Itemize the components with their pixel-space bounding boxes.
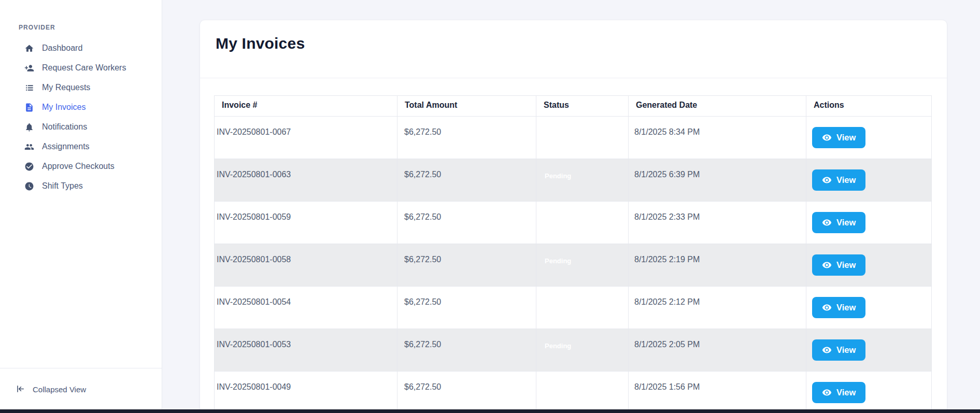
generated-date-cell: 8/1/2025 2:19 PM	[629, 244, 806, 287]
sidebar-item-label: Shift Types	[42, 181, 83, 191]
table-row: INV-20250801-0054 $6,272.50 Pending 8/1/…	[215, 287, 932, 329]
view-button-label: View	[836, 218, 856, 227]
generated-date-cell: 8/1/2025 1:56 PM	[629, 372, 806, 413]
generated-date-cell: 8/1/2025 8:34 PM	[629, 117, 806, 159]
invoice-number-cell: INV-20250801-0067	[215, 117, 397, 159]
actions-cell: View	[806, 244, 932, 287]
eye-icon	[822, 175, 832, 185]
sidebar-item-assignments[interactable]: Assignments	[0, 137, 162, 156]
home-icon	[24, 43, 34, 53]
view-button[interactable]: View	[812, 254, 865, 276]
sidebar-item-approve-checkouts[interactable]: Approve Checkouts	[0, 156, 162, 176]
view-button-label: View	[836, 133, 856, 143]
generated-date-cell: 8/1/2025 2:12 PM	[629, 287, 806, 329]
generated-date-cell: 8/1/2025 6:39 PM	[629, 159, 806, 202]
sidebar-item-shift-types[interactable]: Shift Types	[0, 176, 162, 196]
view-button[interactable]: View	[812, 212, 865, 233]
actions-cell: View	[806, 202, 932, 244]
view-button[interactable]: View	[812, 297, 865, 318]
invoices-table: Invoice # Total Amount Status Generated …	[214, 95, 932, 413]
sidebar-item-dashboard[interactable]: Dashboard	[0, 38, 162, 58]
sidebar-item-notifications[interactable]: Notifications	[0, 117, 162, 137]
users-icon	[24, 141, 34, 152]
collapse-left-icon	[16, 384, 26, 394]
eye-icon	[822, 133, 832, 143]
view-button-label: View	[836, 345, 856, 355]
sidebar-item-label: Assignments	[42, 142, 90, 151]
status-badge: Pending	[545, 384, 571, 392]
view-button-label: View	[836, 388, 856, 397]
card-header: My Invoices	[200, 20, 947, 78]
view-button[interactable]: View	[812, 169, 865, 191]
total-amount-cell: $6,272.50	[397, 244, 536, 287]
status-cell: Pending	[536, 244, 629, 287]
total-amount-cell: $6,272.50	[397, 202, 536, 244]
status-cell: Pending	[536, 159, 629, 202]
bell-icon	[24, 122, 34, 132]
status-badge: Pending	[545, 342, 571, 350]
sidebar-item-my-requests[interactable]: My Requests	[0, 78, 162, 97]
column-header-status: Status	[536, 96, 629, 117]
invoice-number-cell: INV-20250801-0054	[215, 287, 397, 329]
status-cell: Pending	[536, 372, 629, 413]
status-badge: Pending	[545, 300, 571, 307]
main-content: My Invoices Invoice # Total Amount Statu…	[162, 0, 980, 413]
status-badge: Pending	[545, 172, 571, 180]
column-header-invoice: Invoice #	[215, 96, 397, 117]
view-button[interactable]: View	[812, 127, 865, 148]
column-header-actions: Actions	[806, 96, 932, 117]
sidebar-item-request-care-workers[interactable]: Request Care Workers	[0, 58, 162, 78]
check-circle-icon	[24, 161, 34, 172]
view-button[interactable]: View	[812, 339, 865, 361]
invoice-file-icon	[24, 102, 34, 112]
eye-icon	[822, 260, 832, 270]
view-button[interactable]: View	[812, 382, 865, 403]
invoice-number-cell: INV-20250801-0053	[215, 329, 397, 372]
app-root: PROVIDER Dashboard Request Care Workers …	[0, 0, 980, 413]
card-body: Invoice # Total Amount Status Generated …	[200, 78, 947, 413]
column-header-generated-date: Generated Date	[629, 96, 806, 117]
list-icon	[24, 82, 34, 93]
eye-icon	[822, 303, 832, 312]
sidebar-item-label: My Invoices	[42, 103, 86, 112]
invoice-number-cell: INV-20250801-0063	[215, 159, 397, 202]
status-badge: Pending	[545, 257, 571, 265]
sidebar: PROVIDER Dashboard Request Care Workers …	[0, 0, 162, 413]
status-badge: Pending	[545, 130, 571, 137]
actions-cell: View	[806, 372, 932, 413]
table-row: INV-20250801-0053 $6,272.50 Pending 8/1/…	[215, 329, 932, 372]
actions-cell: View	[806, 287, 932, 329]
table-header: Invoice # Total Amount Status Generated …	[215, 96, 932, 117]
table-body: INV-20250801-0067 $6,272.50 Pending 8/1/…	[215, 117, 932, 413]
actions-cell: View	[806, 117, 932, 159]
total-amount-cell: $6,272.50	[397, 372, 536, 413]
person-plus-icon	[24, 63, 34, 73]
actions-cell: View	[806, 329, 932, 372]
eye-icon	[822, 218, 832, 227]
view-button-label: View	[836, 175, 856, 185]
sidebar-item-label: Notifications	[42, 122, 87, 132]
actions-cell: View	[806, 159, 932, 202]
generated-date-cell: 8/1/2025 2:05 PM	[629, 329, 806, 372]
sidebar-item-label: Dashboard	[42, 44, 82, 53]
collapse-view-label: Collapsed View	[33, 385, 86, 394]
invoices-card: My Invoices Invoice # Total Amount Statu…	[200, 20, 947, 413]
bottom-edge-bar	[0, 409, 980, 413]
clock-icon	[24, 181, 34, 191]
table-row: INV-20250801-0067 $6,272.50 Pending 8/1/…	[215, 117, 932, 159]
sidebar-section-label: PROVIDER	[19, 24, 162, 31]
collapse-view-toggle[interactable]: Collapsed View	[0, 368, 162, 410]
total-amount-cell: $6,272.50	[397, 287, 536, 329]
table-row: INV-20250801-0058 $6,272.50 Pending 8/1/…	[215, 244, 932, 287]
total-amount-cell: $6,272.50	[397, 117, 536, 159]
table-row: INV-20250801-0049 $6,272.50 Pending 8/1/…	[215, 372, 932, 413]
status-cell: Pending	[536, 287, 629, 329]
invoice-number-cell: INV-20250801-0058	[215, 244, 397, 287]
sidebar-item-label: My Requests	[42, 83, 90, 92]
total-amount-cell: $6,272.50	[397, 329, 536, 372]
sidebar-item-my-invoices[interactable]: My Invoices	[0, 97, 162, 117]
invoice-number-cell: INV-20250801-0049	[215, 372, 397, 413]
status-badge: Pending	[545, 215, 571, 222]
sidebar-nav: Dashboard Request Care Workers My Reques…	[0, 38, 162, 196]
view-button-label: View	[836, 260, 856, 270]
